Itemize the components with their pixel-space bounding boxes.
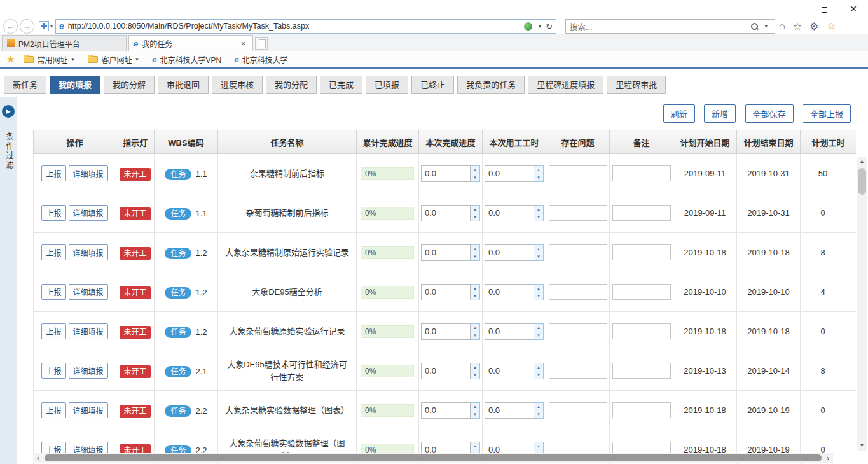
back-button[interactable]: ← (3, 19, 18, 34)
add-button[interactable]: 新增 (704, 104, 736, 123)
current-hours-input[interactable] (485, 244, 534, 261)
fav-ustb-vpn[interactable]: e 北京科技大学VPN (152, 54, 221, 65)
address-dropdown-icon[interactable]: ▾ (539, 23, 542, 29)
expand-filter-button[interactable]: ▶ (2, 105, 15, 118)
refresh-button[interactable]: 刷新 (663, 104, 695, 123)
current-progress-input[interactable] (421, 402, 471, 419)
detail-fill-button[interactable]: 详细填报 (69, 244, 108, 260)
close-button[interactable]: ✕ (839, 0, 868, 18)
spin-up-icon[interactable]: ▲ (534, 324, 543, 332)
issue-input[interactable] (549, 402, 607, 418)
fav-ustb[interactable]: e 北京科技大学 (234, 54, 287, 65)
detail-fill-button[interactable]: 详细填报 (69, 323, 108, 339)
search-box[interactable]: 搜索... ▾ (565, 19, 775, 34)
scroll-up-icon[interactable]: ▲ (857, 157, 867, 167)
horizontal-scroll-thumb[interactable] (45, 454, 822, 461)
spin-down-icon[interactable]: ▼ (534, 332, 543, 339)
report-button[interactable]: 上报 (41, 284, 65, 300)
tab-completed[interactable]: 已完成 (320, 76, 362, 94)
number-spinner[interactable]: ▲▼ (471, 205, 480, 221)
detail-fill-button[interactable]: 详细填报 (69, 284, 108, 300)
number-spinner[interactable]: ▲▼ (534, 363, 544, 379)
minimize-button[interactable]: – (780, 0, 809, 18)
current-hours-input[interactable] (485, 165, 534, 182)
tab-approval-returned[interactable]: 审批退回 (158, 76, 209, 94)
spin-down-icon[interactable]: ▼ (534, 371, 543, 379)
refresh-button[interactable]: ↻ (546, 22, 553, 31)
number-spinner[interactable]: ▲▼ (534, 402, 544, 419)
save-all-button[interactable]: 全部保存 (745, 104, 794, 123)
report-button[interactable]: 上报 (41, 323, 65, 339)
current-hours-input[interactable] (485, 205, 534, 221)
number-spinner[interactable]: ▲▼ (471, 244, 480, 261)
current-progress-input[interactable] (421, 363, 471, 379)
number-spinner[interactable]: ▲▼ (534, 165, 544, 182)
remark-input[interactable] (612, 284, 671, 300)
spin-down-icon[interactable]: ▼ (534, 292, 543, 300)
scroll-down-icon[interactable]: ▼ (857, 440, 867, 451)
number-spinner[interactable]: ▲▼ (534, 244, 544, 261)
favorites-star-icon[interactable]: ★ (6, 53, 15, 65)
spin-down-icon[interactable]: ▼ (534, 213, 543, 221)
spin-up-icon[interactable]: ▲ (534, 166, 543, 174)
number-spinner[interactable]: ▲▼ (471, 284, 480, 300)
detail-fill-button[interactable]: 详细填报 (69, 402, 108, 418)
number-spinner[interactable]: ▲▼ (471, 323, 480, 340)
new-tab-button[interactable] (255, 37, 268, 50)
spin-up-icon[interactable]: ▲ (471, 363, 479, 371)
current-progress-input[interactable] (421, 165, 471, 182)
current-progress-input[interactable] (421, 244, 471, 261)
current-progress-input[interactable] (421, 284, 471, 300)
browser-tab-pm2[interactable]: PM2项目管理平台 (2, 35, 127, 51)
issue-input[interactable] (549, 323, 607, 339)
spin-up-icon[interactable]: ▲ (534, 403, 543, 411)
issue-input[interactable] (549, 205, 607, 221)
spin-down-icon[interactable]: ▼ (471, 174, 479, 181)
spin-down-icon[interactable]: ▼ (471, 292, 479, 300)
spin-down-icon[interactable]: ▼ (471, 332, 479, 339)
spin-up-icon[interactable]: ▲ (534, 363, 543, 371)
spin-up-icon[interactable]: ▲ (471, 206, 479, 213)
browser-tab-my-tasks[interactable]: e 我的任务 ✕ (128, 35, 253, 51)
report-button[interactable]: 上报 (41, 402, 65, 418)
tab-progress-review[interactable]: 进度审核 (212, 76, 263, 94)
remark-input[interactable] (612, 244, 671, 260)
remark-input[interactable] (612, 205, 671, 221)
number-spinner[interactable]: ▲▼ (471, 165, 480, 182)
scroll-left-icon[interactable]: ‹ (33, 454, 43, 463)
vertical-scrollbar[interactable]: ▲ ▼ (857, 157, 867, 451)
feedback-smiley-icon[interactable]: ☺ (826, 20, 836, 32)
tab-my-report[interactable]: 我的填报 (50, 76, 100, 94)
spin-down-icon[interactable]: ▼ (471, 371, 479, 379)
remark-input[interactable] (612, 323, 671, 339)
spin-up-icon[interactable]: ▲ (471, 245, 479, 253)
address-bar[interactable]: e http://10.0.0.100:8050/Main/RDS/Projec… (55, 19, 556, 34)
url-text[interactable]: http://10.0.0.100:8050/Main/RDS/Project/… (68, 22, 521, 31)
detail-fill-button[interactable]: 详细填报 (69, 363, 108, 379)
spin-down-icon[interactable]: ▼ (534, 174, 543, 181)
home-icon[interactable]: ⌂ (779, 20, 785, 32)
number-spinner[interactable]: ▲▼ (471, 402, 480, 419)
search-dropdown-icon[interactable]: ▾ (764, 23, 768, 29)
detail-fill-button[interactable]: 详细填报 (69, 165, 108, 181)
current-progress-input[interactable] (421, 323, 471, 340)
spin-down-icon[interactable]: ▼ (534, 411, 543, 418)
quick-tabs-icon[interactable] (39, 21, 49, 31)
spin-up-icon[interactable]: ▲ (471, 324, 479, 332)
current-progress-input[interactable] (421, 205, 471, 221)
remark-input[interactable] (612, 363, 671, 379)
forward-button[interactable]: → (20, 19, 34, 34)
spin-down-icon[interactable]: ▼ (534, 253, 543, 260)
settings-gear-icon[interactable]: ⚙ (809, 20, 818, 32)
remark-input[interactable] (612, 402, 671, 418)
scroll-right-icon[interactable]: › (823, 454, 833, 463)
spin-down-icon[interactable]: ▼ (471, 213, 479, 221)
favorites-icon[interactable]: ☆ (793, 20, 802, 32)
spin-down-icon[interactable]: ▼ (471, 253, 479, 260)
tab-reported[interactable]: 已填报 (366, 76, 408, 94)
fav-customer-sites[interactable]: 客户网址 ▼ (88, 54, 139, 65)
fav-common-sites[interactable]: 常用网址 ▼ (24, 54, 75, 65)
quick-tabs-dropdown-icon[interactable]: ▾ (50, 24, 53, 29)
tab-terminated[interactable]: 已终止 (411, 76, 454, 94)
current-hours-input[interactable] (485, 402, 534, 419)
